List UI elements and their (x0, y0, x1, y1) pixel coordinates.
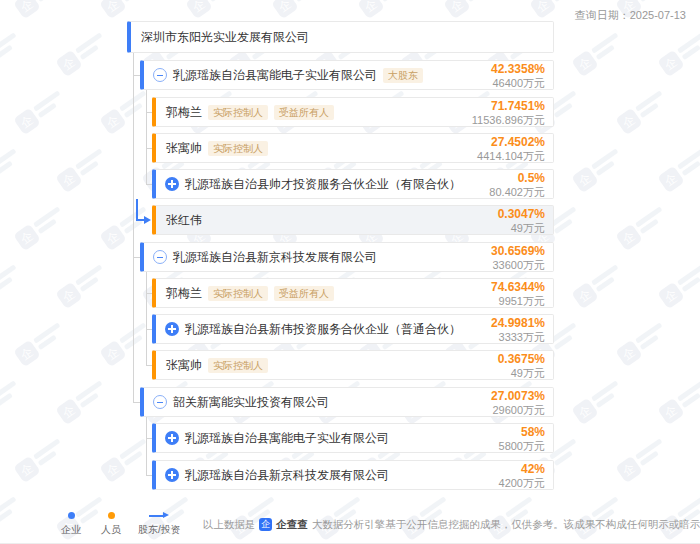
company-name: 乳源瑶族自治县帅才投资服务合伙企业（有限合伙） (185, 176, 461, 193)
root-company-node[interactable]: 深圳市东阳光实业发展有限公司 (127, 21, 554, 53)
capital-amount: 33600万元 (491, 258, 545, 272)
beneficial-owner-badge: 受益所有人 (274, 286, 334, 301)
capital-amount: 4414.104万元 (477, 149, 545, 163)
disclaimer-prefix: 以上数据是 (203, 518, 256, 532)
legend-company-label: 企业 (61, 523, 81, 537)
ownership-percent: 58% (499, 425, 545, 439)
disclaimer-text: 大数据分析引擎基于公开信息挖掘的成果，仅供参考。该成果不构成任何明示或暗示的观点… (312, 518, 700, 532)
person-name: 郭梅兰 (166, 104, 202, 121)
connector-trunk-group3 (146, 417, 147, 475)
expand-toggle-icon[interactable] (165, 177, 179, 191)
capital-amount: 46400万元 (491, 76, 545, 90)
company-name: 乳源瑶族自治县寓能电子实业有限公司 (185, 430, 389, 447)
query-date: 查询日期：2025-07-13 (575, 8, 686, 23)
ownership-percent: 27.4502% (477, 135, 545, 149)
capital-amount: 49万元 (498, 366, 545, 380)
capital-amount: 4200万元 (499, 476, 545, 490)
person-name: 郭梅兰 (166, 285, 202, 302)
qichacha-logo-icon: 企 (259, 518, 272, 531)
company-node[interactable]: 韶关新寓能实业投资有限公司 27.0073%29600万元 (140, 387, 554, 417)
company-name: 乳源瑶族自治县新京科技发展有限公司 (173, 249, 377, 266)
collapse-toggle-icon[interactable] (153, 395, 167, 409)
legend-shareholder-label: 股东/投资 (138, 523, 181, 537)
person-node[interactable]: 郭梅兰 实际控制人 受益所有人 71.7451%11536.896万元 (152, 97, 554, 127)
expand-toggle-icon[interactable] (165, 322, 179, 336)
company-node[interactable]: 乳源瑶族自治县帅才投资服务合伙企业（有限合伙） 0.5%80.402万元 (152, 169, 554, 199)
person-name: 张寓帅 (166, 357, 202, 374)
person-name: 张寓帅 (166, 140, 202, 157)
capital-amount: 3333万元 (491, 330, 545, 344)
capital-amount: 80.402万元 (489, 185, 545, 199)
equity-structure-panel: 企企企企企企企企企企企企企企企企企企企企企企企企企企企企企企企企企企企企企企企企… (0, 0, 700, 544)
query-date-value: 2025-07-13 (630, 9, 686, 21)
ownership-percent: 24.9981% (491, 316, 545, 330)
capital-amount: 49万元 (498, 221, 545, 235)
capital-amount: 9951万元 (491, 294, 545, 308)
person-dot-icon (108, 512, 115, 519)
qichacha-brand: 企查查 (276, 518, 308, 532)
beneficial-owner-badge: 受益所有人 (274, 105, 334, 120)
person-name: 张红伟 (166, 212, 202, 229)
ownership-percent: 0.3047% (498, 207, 545, 221)
company-node[interactable]: 乳源瑶族自治县新京科技发展有限公司 30.6569%33600万元 (140, 242, 554, 272)
investment-arrow-head (144, 216, 151, 224)
actual-controller-badge: 实际控制人 (208, 286, 268, 301)
connector-stub (133, 75, 140, 76)
company-node[interactable]: 乳源瑶族自治县新京科技发展有限公司 42%4200万元 (152, 460, 554, 490)
legend: 企业 人员 股东/投资 (58, 512, 181, 537)
expand-toggle-icon[interactable] (165, 431, 179, 445)
investment-arrow-icon (149, 512, 169, 519)
capital-amount: 5800万元 (499, 439, 545, 453)
company-name: 乳源瑶族自治县新伟投资服务合伙企业（普通合伙） (185, 321, 461, 338)
legend-footer: 企业 人员 股东/投资 以上数据是 企 企查查 大数据分析引擎基于公开信息挖掘的… (0, 505, 700, 544)
ownership-percent: 42% (499, 462, 545, 476)
collapse-toggle-icon[interactable] (153, 68, 167, 82)
legend-person-label: 人员 (101, 523, 121, 537)
connector-trunk-level1 (133, 53, 134, 402)
company-name: 韶关新寓能实业投资有限公司 (173, 394, 329, 411)
ownership-percent: 0.3675% (498, 352, 545, 366)
query-date-label: 查询日期： (575, 9, 630, 21)
connector-trunk-group2 (146, 272, 147, 365)
person-node[interactable]: 张寓帅 实际控制人 27.4502%4414.104万元 (152, 133, 554, 163)
collapse-toggle-icon[interactable] (153, 250, 167, 264)
disclaimer: 以上数据是 企 企查查 大数据分析引擎基于公开信息挖掘的成果，仅供参考。该成果不… (203, 518, 700, 532)
ownership-percent: 71.7451% (472, 99, 545, 113)
legend-person: 人员 (98, 512, 124, 537)
ownership-percent: 42.3358% (491, 62, 545, 76)
actual-controller-badge: 实际控制人 (208, 358, 268, 373)
ownership-percent: 27.0073% (491, 389, 545, 403)
person-node[interactable]: 张寓帅 实际控制人 0.3675%49万元 (152, 350, 554, 380)
expand-toggle-icon[interactable] (165, 468, 179, 482)
company-name: 乳源瑶族自治县新京科技发展有限公司 (185, 467, 389, 484)
capital-amount: 29600万元 (491, 403, 545, 417)
investment-arrow (136, 199, 138, 220)
equity-tree: 深圳市东阳光实业发展有限公司 乳源瑶族自治县寓能电子实业有限公司 大股东 42.… (0, 0, 700, 544)
actual-controller-badge: 实际控制人 (208, 105, 268, 120)
actual-controller-badge: 实际控制人 (208, 141, 268, 156)
connector-trunk-group1 (146, 90, 147, 184)
legend-shareholder: 股东/投资 (138, 512, 181, 537)
company-node[interactable]: 乳源瑶族自治县寓能电子实业有限公司 大股东 42.3358%46400万元 (140, 60, 554, 90)
company-name: 乳源瑶族自治县寓能电子实业有限公司 (173, 67, 377, 84)
company-node[interactable]: 乳源瑶族自治县寓能电子实业有限公司 58%5800万元 (152, 423, 554, 453)
ownership-percent: 74.6344% (491, 280, 545, 294)
ownership-percent: 0.5% (489, 171, 545, 185)
person-node[interactable]: 郭梅兰 实际控制人 受益所有人 74.6344%9951万元 (152, 278, 554, 308)
legend-company: 企业 (58, 512, 84, 537)
company-node[interactable]: 乳源瑶族自治县新伟投资服务合伙企业（普通合伙） 24.9981%3333万元 (152, 314, 554, 344)
connector-stub (133, 402, 140, 403)
person-node[interactable]: 张红伟 0.3047%49万元 (152, 205, 554, 235)
major-shareholder-badge: 大股东 (383, 68, 423, 83)
company-name: 深圳市东阳光实业发展有限公司 (141, 29, 309, 46)
ownership-percent: 30.6569% (491, 244, 545, 258)
connector-stub (133, 257, 140, 258)
company-dot-icon (68, 512, 75, 519)
capital-amount: 11536.896万元 (472, 113, 545, 127)
